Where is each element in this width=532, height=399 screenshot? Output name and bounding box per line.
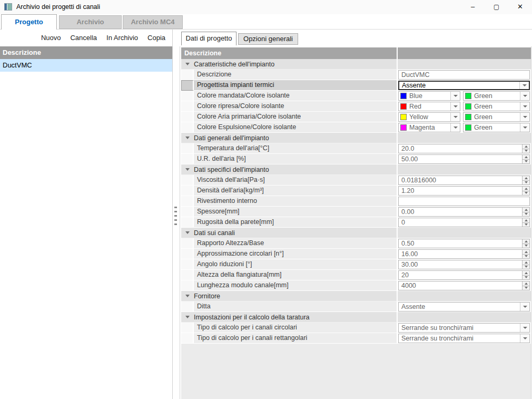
spin-down-button[interactable] — [523, 181, 529, 185]
number-spinner[interactable]: 0.50 — [398, 239, 530, 248]
dropdown-arrow-icon[interactable] — [519, 82, 529, 89]
spin-up-button[interactable] — [523, 187, 529, 191]
cancella-button[interactable]: Cancella — [65, 30, 102, 46]
minimize-button[interactable]: – — [461, 0, 485, 14]
dropdown-arrow-icon[interactable] — [520, 123, 529, 132]
splitter-grip-icon[interactable] — [174, 207, 177, 228]
spin-up-button[interactable] — [523, 208, 529, 212]
nuovo-button[interactable]: Nuovo — [36, 30, 66, 46]
number-spinner[interactable]: 20.0 — [398, 144, 530, 153]
property-row[interactable]: Rugosità della parete[mm]0 — [181, 217, 531, 228]
group-header[interactable]: Dati sui canali — [181, 228, 398, 238]
group-header[interactable]: Dati specifici dell'impianto — [181, 164, 398, 175]
property-label[interactable]: Rapporto Altezza/Base — [194, 238, 398, 249]
property-label[interactable]: Altezza della flangiatura[mm] — [194, 270, 398, 280]
color-dropdown[interactable]: Green — [463, 112, 530, 122]
property-label[interactable]: Angolo riduzioni [°] — [194, 259, 398, 270]
tab-progetto[interactable]: Progetto — [1, 14, 57, 30]
spin-down-button[interactable] — [523, 276, 529, 280]
color-dropdown[interactable]: Red — [398, 102, 460, 111]
property-label[interactable]: Tipo di calcolo per i canali circolari — [194, 323, 398, 333]
color-dropdown[interactable]: Magenta — [398, 123, 460, 132]
property-row[interactable]: Spessore[mm]0.00 — [181, 207, 531, 217]
dropdown-arrow-icon[interactable] — [520, 102, 529, 111]
dropdown-arrow-icon[interactable] — [450, 92, 460, 100]
color-dropdown[interactable]: Blue — [398, 91, 460, 101]
property-label[interactable]: Descrizione — [194, 70, 398, 80]
dropdown-arrow-icon[interactable] — [450, 123, 460, 132]
color-dropdown[interactable]: Green — [463, 102, 530, 111]
spin-up-button[interactable] — [523, 176, 529, 181]
property-label[interactable]: U.R. dell'aria [%] — [194, 154, 398, 164]
spin-up-button[interactable] — [523, 281, 529, 286]
color-dropdown[interactable]: Green — [463, 123, 530, 132]
number-spinner[interactable]: 0.01816000 — [398, 176, 530, 185]
spin-down-button[interactable] — [523, 286, 529, 290]
property-label[interactable]: Progettista impianti termici — [194, 80, 398, 91]
spin-down-button[interactable] — [523, 265, 529, 269]
number-spinner[interactable]: 20 — [398, 270, 530, 280]
dropdown[interactable]: Serrande su tronchi/rami — [398, 334, 530, 343]
dropdown-arrow-icon[interactable] — [520, 334, 529, 343]
spin-up-button[interactable] — [523, 218, 529, 223]
dropdown-arrow-icon[interactable] — [520, 113, 529, 121]
text-input[interactable] — [398, 197, 530, 206]
dropdown-arrow-icon[interactable] — [520, 324, 529, 332]
in-archivio-button[interactable]: In Archivio — [102, 30, 143, 46]
spin-down-button[interactable] — [523, 244, 529, 248]
dropdown[interactable]: Serrande su tronchi/rami — [398, 323, 530, 333]
dropdown-arrow-icon[interactable] — [520, 92, 529, 100]
tab-dati-di-progetto[interactable]: Dati di progetto — [181, 32, 237, 45]
spin-up-button[interactable] — [523, 155, 529, 160]
group-row[interactable]: Dati sui canali — [181, 228, 531, 238]
color-dropdown[interactable]: Green — [463, 91, 530, 101]
number-spinner[interactable]: 16.00 — [398, 249, 530, 259]
number-spinner[interactable]: 0 — [398, 218, 530, 227]
property-label[interactable]: Tipo di calcolo per i canali rettangolar… — [194, 333, 398, 344]
property-row[interactable]: Rapporto Altezza/Base0.50 — [181, 238, 531, 249]
property-row[interactable]: Lunghezza modulo canale[mm]4000 — [181, 280, 531, 291]
property-label[interactable]: Spessore[mm] — [194, 207, 398, 217]
group-header[interactable]: Impostazioni per il calcolo della taratu… — [181, 312, 398, 323]
property-row[interactable]: Tipo di calcolo per i canali rettangolar… — [181, 333, 531, 344]
dropdown[interactable]: Assente — [398, 81, 530, 90]
property-row[interactable]: Viscosità dell'aria[Pa·s]0.01816000 — [181, 175, 531, 186]
property-row[interactable]: Colore Aria primaria/Colore isolanteYell… — [181, 112, 531, 122]
property-row[interactable]: Approssimazione circolari [n°]16.00 — [181, 249, 531, 259]
property-row[interactable]: Angolo riduzioni [°]30.00 — [181, 259, 531, 270]
property-row[interactable]: Altezza della flangiatura[mm]20 — [181, 270, 531, 280]
collapse-icon[interactable] — [185, 231, 190, 234]
spin-down-button[interactable] — [523, 212, 529, 217]
dropdown[interactable]: Assente — [398, 302, 530, 312]
group-row[interactable]: Dati generali dell'impianto — [181, 133, 531, 143]
property-label[interactable]: Colore Aria primaria/Colore isolante — [194, 112, 398, 122]
collapse-icon[interactable] — [185, 316, 190, 318]
property-row[interactable]: Colore ripresa/Colore isolanteRedGreen — [181, 101, 531, 112]
tab-archivio-mc4[interactable]: Archivio MC4 — [123, 15, 183, 29]
property-row[interactable]: Colore mandata/Colore isolanteBlueGreen — [181, 91, 531, 101]
property-label[interactable]: Colore Espulsione/Colore isolante — [194, 122, 398, 133]
spin-down-button[interactable] — [523, 255, 529, 259]
property-label[interactable]: Temperatura dell'aria[°C] — [194, 143, 398, 154]
collapse-icon[interactable] — [185, 137, 190, 139]
spin-down-button[interactable] — [523, 149, 529, 153]
spin-down-button[interactable] — [523, 223, 529, 227]
number-spinner[interactable]: 1.20 — [398, 186, 530, 196]
spin-up-button[interactable] — [523, 239, 529, 244]
collapse-icon[interactable] — [185, 295, 190, 297]
dropdown-arrow-icon[interactable] — [450, 102, 460, 111]
close-button[interactable]: ✕ — [508, 0, 532, 14]
group-row[interactable]: Fornitore — [181, 291, 531, 301]
property-label[interactable]: Rivestimento interno — [194, 196, 398, 207]
panel-splitter[interactable] — [173, 30, 180, 399]
collapse-icon[interactable] — [185, 63, 190, 65]
property-label[interactable]: Approssimazione circolari [n°] — [194, 249, 398, 259]
property-row[interactable]: Rivestimento interno — [181, 196, 531, 207]
property-row[interactable]: Progettista impianti termiciAssente — [181, 80, 531, 91]
spin-up-button[interactable] — [523, 271, 529, 276]
property-label[interactable]: Ditta — [194, 301, 398, 312]
color-dropdown[interactable]: Yellow — [398, 112, 460, 122]
tab-opzioni-generali[interactable]: Opzioni generali — [238, 33, 298, 45]
group-row[interactable]: Impostazioni per il calcolo della taratu… — [181, 312, 531, 323]
property-row[interactable]: DittaAssente — [181, 301, 531, 312]
